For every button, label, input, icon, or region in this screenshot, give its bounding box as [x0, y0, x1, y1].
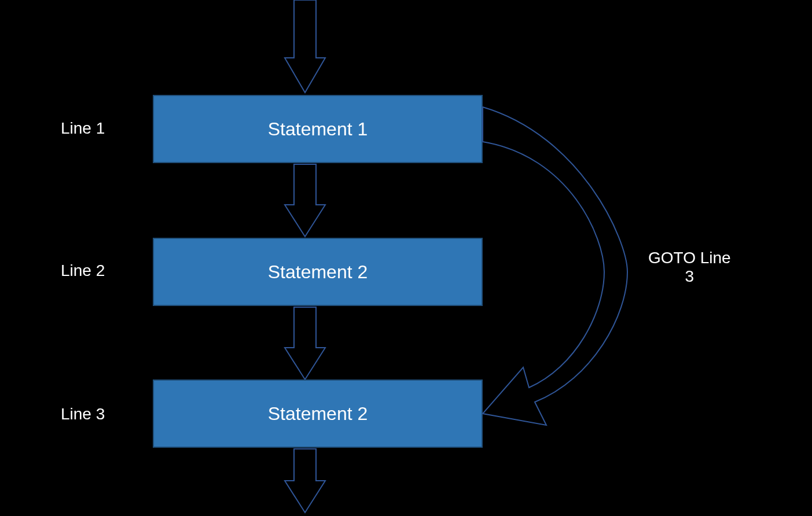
statement-box-3: Statement 2 [153, 379, 483, 448]
statement-box-2-text: Statement 2 [268, 261, 368, 283]
line-label-3: Line 3 [61, 405, 105, 423]
statement-box-2: Statement 2 [153, 238, 483, 306]
goto-curved-arrow [483, 101, 633, 437]
goto-label: GOTO Line 3 [648, 249, 731, 286]
statement-box-1: Statement 1 [153, 95, 483, 163]
arrow-entry [284, 0, 330, 98]
statement-box-1-text: Statement 1 [268, 119, 368, 140]
arrow-exit [284, 449, 330, 516]
arrow-1-to-2 [284, 164, 330, 239]
line-label-2: Line 2 [61, 261, 105, 280]
arrow-2-to-3 [284, 307, 330, 382]
line-label-1: Line 1 [61, 119, 105, 138]
statement-box-3-text: Statement 2 [268, 403, 368, 425]
